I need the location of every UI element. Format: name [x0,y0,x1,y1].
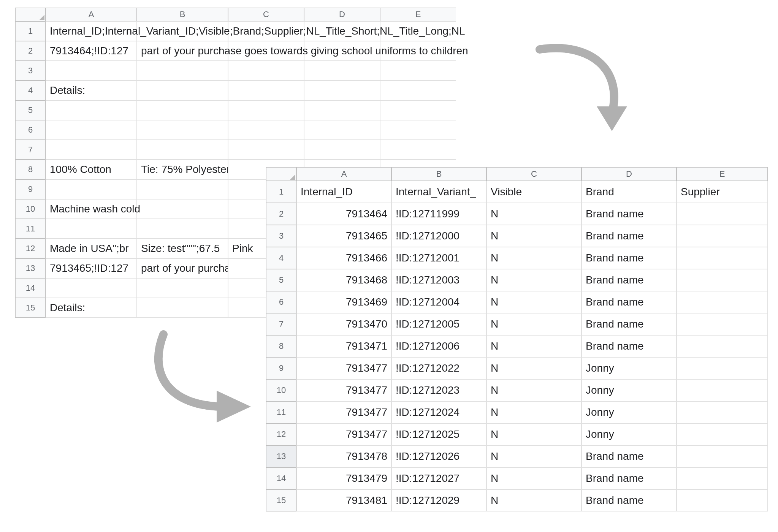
column-header[interactable]: E [677,167,768,181]
cell-D7[interactable]: Brand name [582,313,677,335]
cell-B8[interactable]: !ID:12712006 [391,335,486,357]
cell-A8[interactable]: 100% Cotton [46,160,137,179]
cell-A3[interactable]: 7913465 [296,225,391,247]
row-header[interactable]: 11 [15,219,46,239]
cell-E11[interactable] [677,401,768,423]
cell-C10[interactable]: N [486,379,582,401]
row-header[interactable]: 3 [266,225,296,247]
cell-B15[interactable]: !ID:12712029 [391,489,486,511]
cell-A9[interactable]: 7913477 [296,357,391,379]
cell-A11[interactable] [46,219,137,239]
row-header[interactable]: 11 [266,401,296,423]
column-header[interactable]: E [380,8,456,21]
cell-D2[interactable]: Brand name [582,203,677,225]
cell-C6[interactable]: N [486,291,582,313]
cell-A2[interactable]: 7913464;!ID:127 [46,41,137,61]
cell-A11[interactable]: 7913477 [296,401,391,423]
cell-E4[interactable] [677,247,768,269]
column-header[interactable]: C [486,167,582,181]
cell-E6[interactable] [677,291,768,313]
cell-D12[interactable]: Jonny [582,423,677,445]
column-header[interactable]: D [582,167,677,181]
cell-A5[interactable]: 7913468 [296,269,391,291]
cell-C11[interactable]: N [486,401,582,423]
row-header[interactable]: 7 [15,140,46,160]
cell-D15[interactable]: Brand name [582,489,677,511]
cell-E9[interactable] [677,357,768,379]
cell-A10[interactable]: Machine wash cold [46,199,137,219]
cell-C6[interactable] [228,120,304,140]
row-header[interactable]: 7 [266,313,296,335]
cell-D11[interactable]: Jonny [582,401,677,423]
cell-B12[interactable]: !ID:12712025 [391,423,486,445]
cell-B2[interactable]: !ID:12711999 [391,203,486,225]
cell-A7[interactable]: 7913470 [296,313,391,335]
cell-C4[interactable]: N [486,247,582,269]
cell-C1[interactable]: Visible [486,181,582,203]
cell-B3[interactable] [137,61,228,81]
row-header[interactable]: 9 [266,357,296,379]
cell-D7[interactable] [304,140,380,160]
cell-B7[interactable]: !ID:12712005 [391,313,486,335]
row-header[interactable]: 10 [266,379,296,401]
cell-E4[interactable] [380,81,456,100]
cell-A14[interactable]: 7913479 [296,467,391,489]
cell-D9[interactable]: Jonny [582,357,677,379]
cell-A6[interactable] [46,120,137,140]
row-header[interactable]: 14 [266,467,296,489]
cell-A15[interactable]: 7913481 [296,489,391,511]
row-header[interactable]: 1 [266,181,296,203]
cell-C2[interactable]: N [486,203,582,225]
cell-B5[interactable]: !ID:12712003 [391,269,486,291]
cell-E5[interactable] [677,269,768,291]
cell-B14[interactable]: !ID:12712027 [391,467,486,489]
row-header[interactable]: 9 [15,179,46,199]
cell-A9[interactable] [46,179,137,199]
cell-C8[interactable]: N [486,335,582,357]
row-header[interactable]: 10 [15,199,46,219]
row-header[interactable]: 6 [15,120,46,140]
cell-C12[interactable]: N [486,423,582,445]
row-header[interactable]: 15 [15,298,46,318]
cell-B12[interactable]: Size: test""";67.5 [137,239,228,258]
cell-A4[interactable]: Details: [46,81,137,100]
cell-A13[interactable]: 7913465;!ID:127 [46,258,137,278]
select-all-corner[interactable] [266,167,296,181]
cell-D5[interactable] [304,100,380,120]
cell-D3[interactable] [304,61,380,81]
cell-A14[interactable] [46,278,137,298]
cell-D14[interactable]: Brand name [582,467,677,489]
cell-A4[interactable]: 7913466 [296,247,391,269]
row-header[interactable]: 8 [15,160,46,179]
cell-C9[interactable]: N [486,357,582,379]
cell-B13[interactable]: !ID:12712026 [391,445,486,467]
row-header[interactable]: 5 [15,100,46,120]
cell-B7[interactable] [137,140,228,160]
row-header[interactable]: 4 [15,81,46,100]
cell-E14[interactable] [677,467,768,489]
cell-B9[interactable]: !ID:12712022 [391,357,486,379]
cell-A5[interactable] [46,100,137,120]
cell-C7[interactable] [228,140,304,160]
cell-E10[interactable] [677,379,768,401]
row-header[interactable]: 15 [266,489,296,511]
cell-A2[interactable]: 7913464 [296,203,391,225]
cell-B13[interactable]: part of your purchase g [137,258,228,278]
select-all-corner[interactable] [15,8,46,21]
column-header[interactable]: B [391,167,486,181]
cell-C15[interactable]: N [486,489,582,511]
cell-A15[interactable]: Details: [46,298,137,318]
cell-E12[interactable] [677,423,768,445]
cell-A6[interactable]: 7913469 [296,291,391,313]
cell-D5[interactable]: Brand name [582,269,677,291]
cell-B8[interactable]: Tie: 75% Polyester 25% [137,160,228,179]
cell-A1[interactable]: Internal_ID;Internal_Variant_ID;Visible;… [46,21,137,41]
cell-B2[interactable]: part of your purchase goes towards givin… [137,41,228,61]
cell-E6[interactable] [380,120,456,140]
cell-E2[interactable] [677,203,768,225]
cell-E5[interactable] [380,100,456,120]
cell-B9[interactable] [137,179,228,199]
cell-A8[interactable]: 7913471 [296,335,391,357]
column-header[interactable]: A [46,8,137,21]
cell-B3[interactable]: !ID:12712000 [391,225,486,247]
